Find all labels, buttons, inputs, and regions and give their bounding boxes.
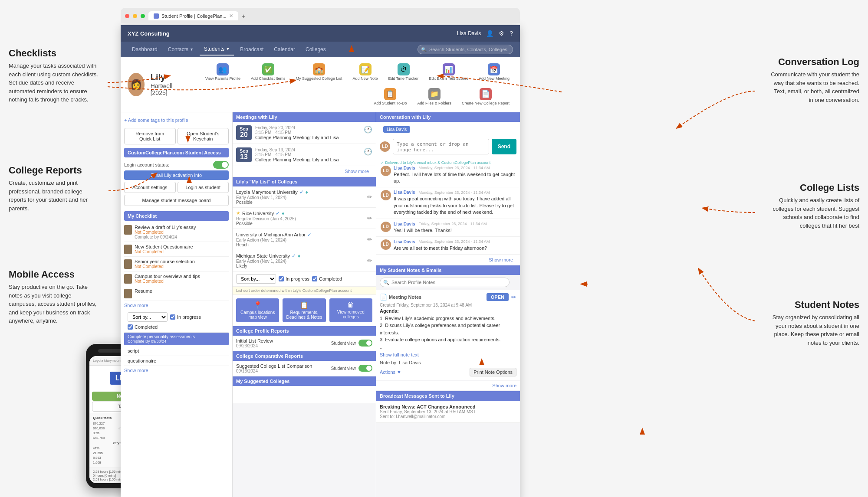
meeting-time-2: 3:15 PM - 4:15 PM (255, 152, 360, 157)
checklist-item-2: New Student Questionnaire Not Completed (124, 242, 229, 257)
college-completed-filter[interactable]: Completed (312, 276, 342, 281)
notes-show-more-btn[interactable]: Show more (376, 381, 520, 390)
student-name: Lily (151, 72, 180, 82)
tab-label: Student Profile | CollegePlan... (161, 13, 227, 19)
toolbar-exam-scores[interactable]: 📊 Edit Exam Test Scores (426, 62, 472, 83)
college-comparative-reports-title: College Comparative Reports (233, 351, 376, 361)
manage-message-board-btn[interactable]: Manage student message board (124, 195, 229, 206)
edit-college-icon-4[interactable]: ✏ (367, 257, 372, 264)
college-lists-title: College Lists (768, 182, 859, 193)
nav-calendar[interactable]: Calendar (270, 44, 299, 55)
completed-checkbox[interactable] (128, 324, 133, 330)
college-report-icon: 📄 (480, 88, 492, 100)
toolbar-add-files[interactable]: 📁 Add Files & Folders (414, 86, 455, 108)
report-toggle-1[interactable] (358, 340, 372, 347)
account-settings-btn[interactable]: Account settings (124, 182, 176, 193)
verified-icon-1: ✓ (299, 189, 304, 195)
checklist-title-5: Resume (135, 288, 152, 294)
nav-colleges[interactable]: Colleges (301, 44, 330, 55)
note-open-btn[interactable]: OPEN (487, 293, 509, 301)
campus-map-btn[interactable]: 📍 Campus locations map view (236, 298, 279, 322)
dot-yellow[interactable] (133, 14, 137, 18)
toolbar-suggested-college[interactable]: 🏫 My Suggested College List (292, 62, 345, 83)
note-edit-icon[interactable]: ✏ (511, 294, 516, 301)
college-name-2: ★ Rice University ✓ ♦ (236, 210, 367, 216)
checklist-status-4: Not Completed (135, 279, 200, 284)
college-in-progress-filter[interactable]: In progress (279, 276, 309, 281)
conv-author-3: Lisa Davis (394, 222, 415, 226)
show-full-note-btn[interactable]: Show full note text (380, 352, 419, 357)
tab-close[interactable]: ✕ (229, 13, 233, 19)
comparative-report-toggle-1[interactable] (358, 365, 372, 372)
nav-contacts[interactable]: Contacts▼ (164, 44, 198, 55)
conv-message-2: LD Lisa Davis Monday, September 23, 2024… (376, 187, 520, 219)
edit-college-icon-3[interactable]: ✏ (367, 236, 372, 243)
help-icon[interactable]: ? (510, 30, 513, 37)
dot-red[interactable] (125, 14, 129, 18)
college-in-progress-checkbox[interactable] (279, 276, 284, 281)
toolbar-add-checklist[interactable]: ✅ Add Checklist Items (247, 62, 289, 83)
new-tab-btn[interactable]: + (242, 13, 245, 20)
conv-user-avatar: LD (380, 141, 390, 152)
toolbar-add-meeting[interactable]: 📅 Add New Meeting (475, 62, 513, 83)
note-actions-btn[interactable]: Actions ▼ (380, 369, 401, 375)
conv-avatar-3: LD (381, 222, 391, 232)
gear-icon[interactable]: ⚙ (499, 30, 504, 37)
sort-select[interactable]: Sort by... (128, 312, 168, 322)
search-icon: 🔍 (421, 47, 427, 52)
college-decision-2: Regular Decision (Jan 4, 2025) (236, 216, 367, 221)
view-removed-colleges-btn[interactable]: 🗑 View removed colleges (329, 298, 372, 322)
conv-show-more-btn[interactable]: Show more (380, 255, 516, 264)
print-note-options-btn[interactable]: Print Note Options (470, 368, 516, 376)
open-keychain-btn[interactable]: Open Student's Keychain (178, 128, 229, 144)
checklist-item-3: Senior year course selection Not Complet… (124, 257, 229, 271)
toolbar-add-note[interactable]: 📝 Add New Note (349, 62, 381, 83)
add-meeting-icon: 📅 (488, 63, 500, 75)
student-notes-title: Student Notes (768, 299, 859, 311)
toolbar-college-report[interactable]: 📄 Create New College Report (458, 86, 513, 108)
in-progress-filter[interactable]: In progress (170, 314, 201, 320)
toolbar-student-todo[interactable]: 📋 Add Student To-Do (371, 86, 411, 108)
college-completed-checkbox[interactable] (312, 276, 317, 281)
conv-author-1: Lisa Davis (394, 166, 415, 170)
conv-message-input[interactable] (393, 139, 489, 154)
left-show-more-bottom-btn[interactable]: Show more (124, 366, 148, 375)
nav-dashboard[interactable]: Dashboard (128, 44, 162, 55)
annotation-student-notes: Student Notes Stay organized by consolid… (768, 299, 859, 347)
toolbar-time-tracker[interactable]: ⏱ Edit Time Tracker (385, 62, 422, 83)
login-toggle[interactable] (213, 161, 229, 169)
conv-message-3: LD Lisa Davis Friday, September 23, 2024… (376, 219, 520, 237)
email-activation-btn[interactable]: Email Lily activation info (124, 170, 229, 180)
nav-students[interactable]: Students▼ (200, 43, 234, 56)
search-input[interactable] (418, 45, 513, 54)
toolbar-view-parents[interactable]: 👥 View Parents Profile (202, 62, 244, 83)
in-progress-checkbox[interactable] (170, 314, 175, 320)
dot-green[interactable] (141, 14, 145, 18)
meetings-show-more-btn[interactable]: Show more (236, 167, 372, 176)
send-message-btn[interactable]: Send (492, 139, 516, 154)
meeting-time-1: 3:15 PM - 4:15 PM (255, 130, 360, 135)
note-author: Note by: Lisa Davis (380, 360, 516, 365)
map-icon: 📍 (253, 301, 262, 309)
personality-bar[interactable]: Complete personality assessments Complet… (124, 333, 229, 345)
remove-from-quick-list-btn[interactable]: Remove from Quick List (124, 128, 176, 144)
user-icon[interactable]: 👤 (486, 30, 493, 37)
notes-search-input[interactable] (380, 278, 510, 287)
requirements-btn[interactable]: 📋 Requirements, Deadlines & Notes (283, 298, 326, 322)
conversation-log-title: Conversation Log (768, 56, 859, 68)
college-name-3: University of Michigan-Ann Arbor ✓ (236, 232, 367, 238)
nav-broadcast[interactable]: Broadcast (236, 44, 268, 55)
checklist-show-more-btn[interactable]: Show more (124, 301, 148, 310)
tag-add-btn[interactable]: + Add some tags to this profile (124, 116, 229, 124)
college-sort-select[interactable]: Sort by... (236, 274, 276, 284)
page-wrapper: Checklists Manage your tasks associated … (0, 0, 868, 497)
college-profile-reports-title: College Profile Reports (233, 326, 376, 336)
login-as-student-btn[interactable]: Login as student (178, 182, 229, 193)
edit-college-icon-1[interactable]: ✏ (367, 193, 372, 200)
college-lists-text: Quickly and easily create lists of colle… (768, 196, 859, 230)
completed-filter[interactable]: Completed (128, 324, 158, 330)
student-access-header: CustomCollegePlan.com Student Access (124, 148, 229, 157)
browser-tab[interactable]: Student Profile | CollegePlan... ✕ (148, 11, 238, 20)
edit-college-icon-2[interactable]: ✏ (367, 215, 372, 222)
report-item-1: Initial List Review 09/23/2024 Student v… (233, 336, 376, 351)
